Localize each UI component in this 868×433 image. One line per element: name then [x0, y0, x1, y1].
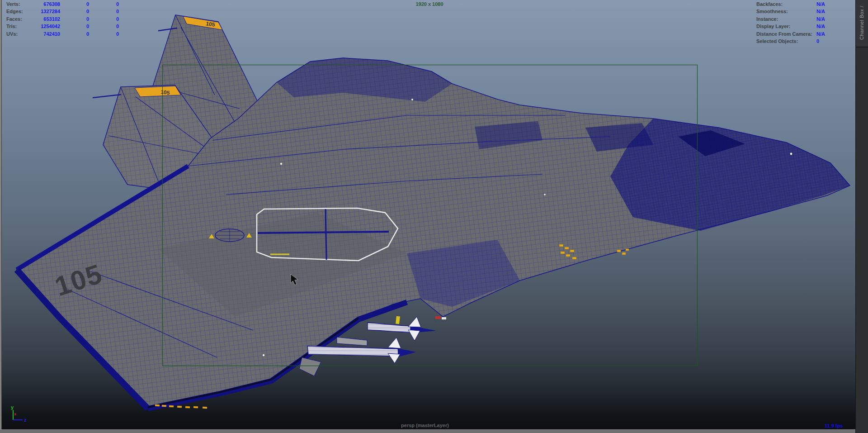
- tail-orange-band: [135, 86, 181, 97]
- hud-label: Tris:: [6, 23, 34, 30]
- hud-label: Faces:: [6, 15, 34, 23]
- hud-value: 1254042: [34, 23, 60, 30]
- hud-value: 0: [60, 23, 89, 30]
- hud-value: 0: [60, 30, 89, 38]
- hud-label: Verts:: [6, 0, 34, 8]
- hud-value: N/A: [816, 8, 825, 15]
- hud-value: N/A: [816, 0, 825, 8]
- hud-value: N/A: [816, 30, 825, 38]
- poly-count-hud: Verts: 676308 0 0 Edges: 1327284 0 0 Fac…: [0, 0, 119, 38]
- hud-value: 0: [60, 8, 89, 15]
- hud-value: 0: [89, 0, 119, 8]
- object-details-hud: Backfaces: N/A Smoothness: N/A Instance:…: [756, 0, 825, 45]
- axis-z-label: z: [24, 417, 27, 423]
- hud-row-uvs: UVs: 742410 0 0: [0, 30, 119, 38]
- hud-label: Edges:: [6, 8, 34, 15]
- window-left-border: [0, 0, 2, 433]
- axis-x-label: x: [14, 412, 16, 416]
- hud-value: N/A: [816, 15, 825, 23]
- axis-y-label: y: [11, 404, 14, 410]
- hud-row-selected-objects: Selected Objects: 0: [756, 38, 825, 45]
- hud-row-backfaces: Backfaces: N/A: [756, 0, 825, 8]
- hud-value: 0: [60, 15, 89, 23]
- hud-value: N/A: [816, 23, 825, 30]
- hud-label: Instance:: [756, 15, 816, 23]
- missile-upper: [368, 316, 436, 341]
- hud-value: 0: [89, 15, 119, 23]
- hud-row-edges: Edges: 1327284 0 0: [0, 8, 119, 15]
- hud-value: 0: [816, 38, 819, 45]
- channel-box-tab-label: Channel Box / Layer: [856, 0, 868, 45]
- hud-value: 0: [89, 23, 119, 30]
- hud-row-verts: Verts: 676308 0 0: [0, 0, 119, 8]
- tail-number-far: 105: [206, 20, 216, 28]
- hud-value: 653102: [34, 15, 60, 23]
- hud-value: 1327284: [34, 8, 60, 15]
- tail-number-near: 105: [160, 89, 170, 96]
- channel-box-tab[interactable]: Channel Box / Layer: [856, 0, 868, 48]
- hud-row-display-layer: Display Layer: N/A: [756, 23, 825, 30]
- hud-label: Display Layer:: [756, 23, 816, 30]
- hud-label: Selected Objects:: [756, 38, 816, 45]
- hud-value: 0: [60, 0, 89, 8]
- hud-label: UVs:: [6, 30, 34, 38]
- viewport-canvas[interactable]: 105 105: [0, 0, 868, 433]
- fps-counter: 11.9 fps: [825, 423, 843, 428]
- pylon: [299, 357, 321, 376]
- view-axis-gizmo: y z x: [11, 404, 27, 423]
- wireframe-aircraft-model: 105 105: [17, 15, 850, 409]
- resolution-gate-label: 1920 x 1080: [407, 1, 452, 7]
- camera-name-label: persp (masterLayer): [389, 423, 461, 428]
- hud-row-smoothness: Smoothness: N/A: [756, 8, 825, 15]
- hud-row-distance-from-camera: Distance From Camera: N/A: [756, 30, 825, 38]
- hud-label: Backfaces:: [756, 0, 816, 8]
- hud-value: 742410: [34, 30, 60, 38]
- hud-value: 0: [89, 8, 119, 15]
- hud-label: Smoothness:: [756, 8, 816, 15]
- maya-viewport-window: 105 105: [0, 0, 868, 433]
- window-bottom-strip: [0, 429, 856, 433]
- hud-label: Distance From Camera:: [756, 30, 816, 38]
- hud-value: 0: [89, 30, 119, 38]
- right-panel-strip: Channel Box / Layer: [855, 0, 868, 433]
- hud-row-faces: Faces: 653102 0 0: [0, 15, 119, 23]
- hud-row-tris: Tris: 1254042 0 0: [0, 23, 119, 30]
- hud-value: 676308: [34, 0, 60, 8]
- hud-row-instance: Instance: N/A: [756, 15, 825, 23]
